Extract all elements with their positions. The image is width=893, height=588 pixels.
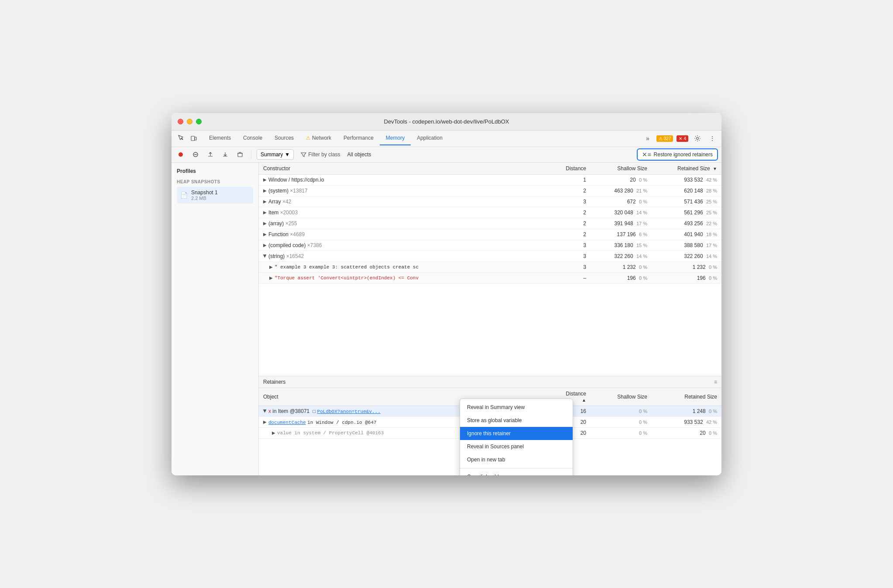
snapshot-info: Snapshot 1 2.2 MB	[191, 189, 218, 201]
distance-cell: –	[556, 272, 591, 283]
table-row[interactable]: ▶" example 3 example 3: scattered object…	[259, 261, 721, 272]
expand-icon[interactable]: ▶	[263, 199, 267, 204]
device-toggle-icon[interactable]	[188, 133, 199, 144]
upload-icon[interactable]	[205, 149, 216, 160]
stop-button[interactable]	[190, 149, 201, 160]
table-row[interactable]: ▶Item ×20003 2 320 048 14 % 561 296 25 %	[259, 207, 721, 218]
context-menu-reveal-summary[interactable]: Reveal in Summary view	[460, 401, 573, 414]
shallow-cell: 1 232 0 %	[591, 261, 652, 272]
summary-dropdown[interactable]: Summary ▼	[257, 149, 294, 160]
maximize-button[interactable]	[196, 119, 202, 124]
constructor-header[interactable]: Constructor	[259, 163, 556, 175]
restore-button[interactable]: ✕≡ Restore ignored retainers	[637, 148, 718, 161]
network-warning-icon: ⚠	[306, 135, 310, 141]
tab-console[interactable]: Console	[237, 131, 268, 145]
constructor-table: Constructor Distance Shallow Size Retain…	[259, 163, 721, 284]
expand-icon[interactable]: ▶	[269, 275, 273, 280]
shallow-cell: 320 048 14 %	[591, 207, 652, 218]
expand-icon[interactable]: ▶	[263, 188, 267, 193]
constructor-name: " example 3 example 3: scattered objects…	[275, 265, 419, 270]
close-button[interactable]	[178, 119, 183, 124]
more-tabs-button[interactable]: »	[642, 133, 653, 144]
context-menu-ignore-retainer[interactable]: Ignore this retainer	[460, 427, 573, 440]
expand-icon[interactable]: ▶	[263, 254, 268, 258]
main-tabs: Elements Console Sources ⚠ Network Perfo…	[203, 131, 642, 145]
expand-icon[interactable]: ▶	[263, 409, 268, 413]
expand-icon[interactable]: ▶	[272, 430, 275, 435]
table-row[interactable]: ▶(compiled code) ×7386 3 336 180 15 % 38…	[259, 240, 721, 251]
clear-icon[interactable]	[234, 149, 246, 160]
constructor-table-area[interactable]: Constructor Distance Shallow Size Retain…	[259, 163, 721, 376]
inspect-icon[interactable]	[175, 133, 186, 144]
table-row[interactable]: ▶Function ×4689 2 137 196 6 % 401 940 18…	[259, 229, 721, 240]
more-options-icon[interactable]: ⋮	[707, 133, 718, 144]
download-icon[interactable]	[220, 149, 231, 160]
expand-icon[interactable]: ▶	[263, 210, 267, 215]
table-row[interactable]: ▶(string) ×16542 3 322 260 14 % 322 260 …	[259, 251, 721, 261]
warning-badge: ⚠ 327	[656, 135, 673, 142]
retained-cell: 1 232 0 %	[652, 261, 721, 272]
expand-icon[interactable]: ▶	[263, 420, 267, 424]
retained-header[interactable]: Retained Size ▼	[652, 163, 721, 175]
distance-header[interactable]: Distance	[556, 163, 591, 175]
record-button[interactable]	[175, 149, 186, 160]
expand-icon[interactable]: ▶	[263, 232, 267, 237]
tab-right-actions: » ⚠ 327 ✕ 4 ⋮	[642, 133, 718, 144]
expand-icon[interactable]: ▶	[269, 265, 273, 269]
filter-input[interactable]	[347, 151, 634, 158]
context-menu-store-global[interactable]: Store as global variable	[460, 414, 573, 427]
distance-cell: 3	[556, 196, 591, 207]
filter-button[interactable]: Filter by class	[297, 150, 343, 159]
summary-label: Summary	[261, 151, 283, 158]
table-row[interactable]: ▶Array ×42 3 672 0 % 571 436 25 %	[259, 196, 721, 207]
table-header-row: Constructor Distance Shallow Size Retain…	[259, 163, 721, 175]
shallow-cell: 20 0 %	[591, 174, 652, 185]
ret-shallow-cell: 0 %	[591, 427, 652, 438]
constructor-name: Array ×42	[268, 199, 291, 205]
sidebar: Profiles HEAP SNAPSHOTS 📄 Snapshot 1 2.2…	[172, 163, 259, 475]
error-badge: ✕ 4	[677, 135, 688, 142]
table-row[interactable]: ▶(system) ×13817 2 463 280 21 % 620 148 …	[259, 185, 721, 196]
toolbar-divider	[251, 150, 251, 159]
frame-icon: □	[313, 409, 316, 414]
retainer-link[interactable]: PoLdbOX?anon=true&v...	[317, 409, 381, 414]
retained-cell: 561 296 25 %	[652, 207, 721, 218]
tab-application[interactable]: Application	[411, 131, 449, 145]
constructor-name: "Torque assert 'Convert<uintptr>(endInde…	[275, 275, 419, 281]
warning-count: 327	[664, 136, 671, 141]
settings-icon[interactable]	[692, 133, 703, 144]
minimize-button[interactable]	[187, 119, 192, 124]
snapshot-item[interactable]: 📄 Snapshot 1 2.2 MB	[177, 187, 253, 203]
table-row[interactable]: ▶(array) ×255 2 391 948 17 % 493 256 22 …	[259, 218, 721, 229]
tab-sources[interactable]: Sources	[268, 131, 300, 145]
ret-shallow-header[interactable]: Shallow Size	[591, 388, 652, 406]
tab-memory[interactable]: Memory	[380, 131, 411, 145]
distance-cell: 3	[556, 261, 591, 272]
heap-snapshots-label: HEAP SNAPSHOTS	[177, 179, 253, 184]
context-menu: Reveal in Summary view Store as global v…	[460, 399, 573, 475]
expand-icon[interactable]: ▶	[263, 177, 267, 182]
tab-elements[interactable]: Elements	[203, 131, 237, 145]
constructor-name: (compiled code) ×7386	[268, 242, 322, 248]
shallow-cell: 336 180 15 %	[591, 240, 652, 251]
shallow-cell: 672 0 %	[591, 196, 652, 207]
main-panel: Constructor Distance Shallow Size Retain…	[259, 163, 721, 475]
filter-label: Filter by class	[308, 151, 340, 158]
snapshot-icon: 📄	[180, 192, 188, 199]
tab-performance[interactable]: Performance	[337, 131, 380, 145]
table-row[interactable]: ▶Window / https://cdpn.io 1 20 0 % 933 5…	[259, 174, 721, 185]
context-menu-reveal-sources[interactable]: Reveal in Sources panel	[460, 440, 573, 453]
distance-sort-icon: ▲	[582, 398, 586, 402]
shallow-header[interactable]: Shallow Size	[591, 163, 652, 175]
expand-icon[interactable]: ▶	[263, 221, 267, 226]
svg-rect-0	[191, 136, 195, 141]
context-menu-open-tab[interactable]: Open in new tab	[460, 453, 573, 466]
expand-icon[interactable]: ▶	[263, 243, 267, 248]
table-row[interactable]: ▶"Torque assert 'Convert<uintptr>(endInd…	[259, 272, 721, 283]
ret-retained-header[interactable]: Retained Size	[652, 388, 721, 406]
devtools-tab-bar: Elements Console Sources ⚠ Network Perfo…	[172, 131, 721, 147]
retainer-context: in Window / cdpn.io @647	[307, 420, 376, 425]
tab-network[interactable]: ⚠ Network	[300, 131, 337, 145]
retainer-link[interactable]: documentCache	[268, 420, 306, 425]
context-menu-copy-link[interactable]: Copy link address	[460, 470, 573, 475]
